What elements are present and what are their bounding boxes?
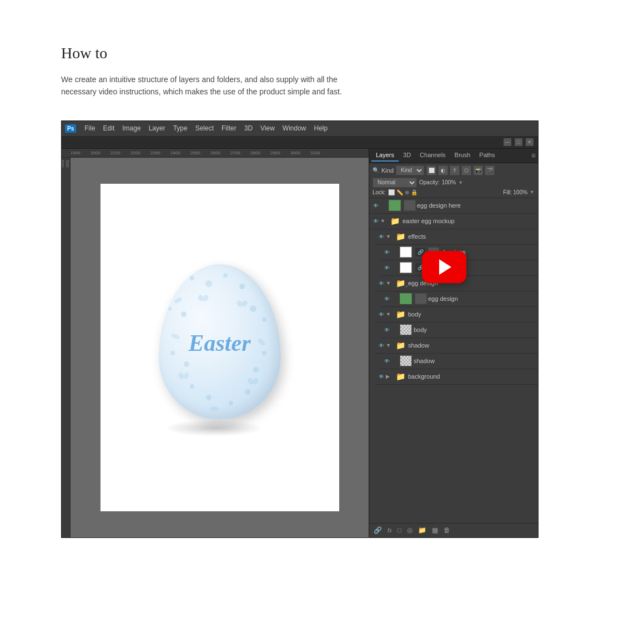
menu-file[interactable]: File (80, 124, 99, 132)
filter-shape-btn[interactable]: ⬡ (461, 165, 471, 175)
fill-dropdown-icon[interactable]: ▼ (530, 189, 535, 195)
svg-point-21 (256, 338, 266, 346)
layer-item[interactable]: 👁 egg design (380, 291, 538, 307)
maximize-button[interactable]: □ (515, 138, 522, 146)
layer-folder-icon: 📁 • (394, 278, 406, 289)
layer-name: egg design here (417, 202, 536, 209)
blend-mode-select[interactable]: Normal (373, 178, 417, 188)
layer-visibility-icon[interactable]: 👁 (383, 248, 391, 256)
tab-channels[interactable]: Channels (415, 149, 450, 162)
filter-type-btn[interactable]: T (450, 165, 460, 175)
layer-item[interactable]: 👁 ▼ 📁 effects (375, 229, 538, 245)
new-group-icon[interactable]: 📁 (418, 526, 426, 534)
opacity-value: 100% (442, 179, 456, 185)
layer-visibility-icon[interactable]: 👁 (377, 232, 386, 241)
panel-toolbar: 🔍 Kind Kind ⬜ ◐ T ⬡ 📸 🎬 (369, 163, 538, 198)
menu-help[interactable]: Help (310, 124, 332, 132)
layer-item[interactable]: 👁 egg design here (369, 198, 538, 214)
new-fill-icon[interactable]: □ (398, 526, 401, 534)
layer-expand-icon[interactable]: ▼ (380, 218, 387, 224)
layer-visibility-icon[interactable]: 👁 (383, 356, 391, 365)
ruler-num: 3100 (310, 150, 330, 155)
menu-select[interactable]: Select (192, 124, 218, 132)
minimize-button[interactable]: — (504, 138, 511, 146)
page-container: How to We create an intuitive structure … (0, 0, 644, 571)
svg-point-2 (190, 276, 194, 280)
layer-expand-icon[interactable]: ▼ (386, 280, 393, 286)
ruler-num: 2600 (210, 150, 230, 155)
filter-video-btn[interactable]: 🎬 (485, 165, 495, 175)
svg-point-14 (262, 351, 266, 355)
tab-paths[interactable]: Paths (475, 149, 499, 162)
filter-select[interactable]: Kind (396, 165, 424, 175)
layer-visibility-icon[interactable]: 👁 (383, 263, 391, 272)
ruler-num: 2500 (190, 150, 210, 155)
lock-artboard-icon[interactable]: ⊕ (405, 189, 409, 195)
fill-label: Fill: 100% (503, 189, 527, 195)
lock-label: Lock: (373, 189, 386, 195)
menu-filter[interactable]: Filter (218, 124, 240, 132)
layer-visibility-icon[interactable]: 👁 (383, 294, 391, 303)
link-icon[interactable]: 🔗 (374, 526, 382, 534)
lock-position-icon[interactable]: ✏️ (396, 189, 403, 195)
menubar: Ps File Edit Image Layer Type Select Fil… (62, 121, 538, 137)
adjustment-icon[interactable]: ◎ (407, 526, 412, 534)
close-button[interactable]: ✕ (526, 138, 534, 146)
lock-all-icon[interactable]: 🔒 (411, 189, 417, 195)
menu-layer[interactable]: Layer (145, 124, 169, 132)
youtube-play-button[interactable] (422, 251, 466, 283)
ruler-num: 3000 (290, 150, 310, 155)
layer-item[interactable]: 👁 ▼ 📁 body (375, 307, 538, 323)
layer-visibility-icon[interactable]: 👁 (377, 279, 386, 288)
menu-view[interactable]: View (256, 124, 279, 132)
layer-visibility-icon[interactable]: 👁 (371, 217, 380, 225)
layer-item[interactable]: 👁 ▼ 📁 shadow (375, 338, 538, 354)
layer-name: body (414, 326, 536, 333)
new-layer-icon[interactable]: ▦ (432, 526, 438, 534)
layer-visibility-icon[interactable]: 👁 (377, 341, 386, 350)
filter-pixel-btn[interactable]: ⬜ (426, 165, 436, 175)
tab-brush[interactable]: Brush (450, 149, 475, 162)
layer-list: 👁 egg design here 👁 ▼ 📁 easter egg mocku… (369, 198, 538, 523)
layer-item[interactable]: 👁 shadow (380, 354, 538, 369)
layer-expand-icon[interactable]: ▼ (386, 234, 393, 239)
svg-point-5 (239, 284, 245, 289)
filter-adjust-btn[interactable]: ◐ (438, 165, 448, 175)
menu-type[interactable]: Type (169, 124, 192, 132)
tab-layers[interactable]: Layers (371, 149, 399, 162)
layer-expand-icon[interactable]: ▼ (386, 311, 393, 317)
layer-visibility-icon[interactable]: 👁 (377, 310, 386, 319)
layer-visibility-icon[interactable]: 👁 (371, 201, 380, 210)
menu-3d[interactable]: 3D (240, 124, 256, 132)
menu-window[interactable]: Window (279, 124, 310, 132)
svg-point-20 (173, 296, 183, 304)
lock-row: Lock: ⬜ ✏️ ⊕ 🔒 Fill: 100% ▼ (373, 189, 535, 195)
ruler-vert: 500 600 700 800 900 1000 1100 1200 1300 … (62, 158, 70, 537)
play-triangle-icon (439, 259, 451, 275)
svg-point-3 (205, 280, 212, 287)
delete-layer-icon[interactable]: 🗑 (444, 526, 450, 534)
layer-visibility-icon[interactable]: 👁 (377, 372, 386, 381)
layer-visibility-icon[interactable]: 👁 (383, 325, 391, 334)
layer-item[interactable]: 👁 ▶ 📁 background (375, 369, 538, 385)
layer-name: easter egg mockup (402, 218, 536, 224)
fx-icon[interactable]: fx (388, 527, 392, 534)
layer-thumbnail (400, 355, 412, 366)
opacity-text-label: Opacity: (419, 179, 440, 185)
filter-smart-btn[interactable]: 📸 (473, 165, 483, 175)
svg-point-12 (170, 351, 175, 355)
menu-edit[interactable]: Edit (99, 124, 119, 132)
layer-item[interactable]: 👁 body (380, 323, 538, 338)
layer-item[interactable]: 👁 ▼ 📁 easter egg mockup (369, 214, 538, 229)
lock-pixels-icon[interactable]: ⬜ (388, 189, 395, 195)
panel-menu-icon[interactable]: ≡ (531, 151, 536, 160)
opacity-dropdown-icon[interactable]: ▼ (458, 180, 463, 185)
svg-point-16 (190, 384, 194, 389)
ruler-num: 2700 (230, 150, 250, 155)
tab-3d[interactable]: 3D (399, 149, 415, 162)
layer-expand-icon[interactable]: ▼ (386, 343, 393, 348)
egg-text: Easter (188, 330, 250, 356)
layer-thumbnail (400, 246, 412, 258)
menu-image[interactable]: Image (118, 124, 144, 132)
layer-expand-icon[interactable]: ▶ (386, 374, 393, 379)
